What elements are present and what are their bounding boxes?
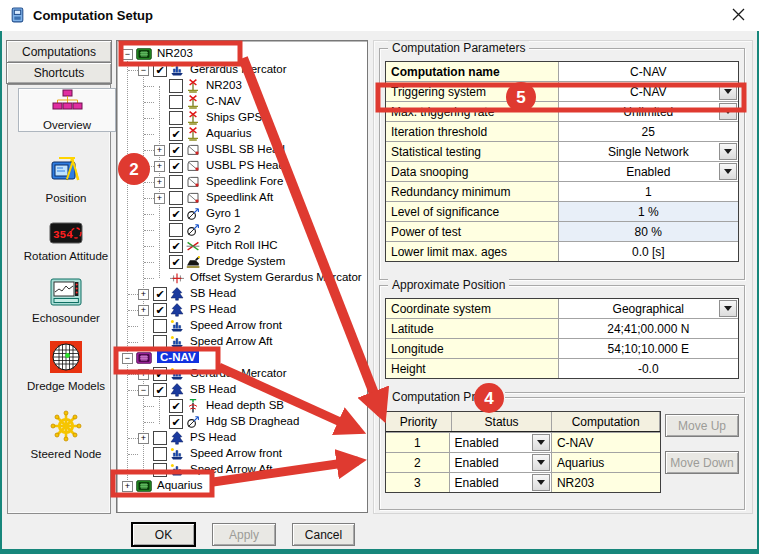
dropdown-button[interactable]	[719, 83, 737, 100]
tree-item-label[interactable]: Ships GPS	[206, 111, 262, 123]
param-value[interactable]: 24;41;00.000 N	[559, 319, 738, 338]
tree-item-speed-arrow-front[interactable]: Speed Arrow front	[117, 318, 367, 334]
tree-checkbox[interactable]: ✔	[169, 127, 183, 141]
param-value[interactable]: Geographical	[559, 299, 738, 318]
tree-expander-icon[interactable]: +	[154, 145, 165, 156]
param-value[interactable]: 54;10;10.000 E	[559, 339, 738, 358]
tree-checkbox[interactable]: ✔	[169, 239, 183, 253]
tree-item-label[interactable]: USBL SB Head	[206, 143, 285, 155]
tree-checkbox[interactable]	[169, 191, 183, 205]
tree-item-sb-head[interactable]: +✔SB Head	[117, 286, 367, 302]
tree-checkbox[interactable]	[153, 431, 167, 445]
tree-item-c-nav[interactable]: −C-NAV	[117, 350, 367, 366]
tree-item-label[interactable]: Gerardus Mercator	[190, 367, 287, 379]
tree-item-label[interactable]: Speedlink Aft	[206, 191, 273, 203]
tree-checkbox[interactable]	[169, 111, 183, 125]
tree-item-speed-arrow-aft[interactable]: Speed Arrow Aft	[117, 462, 367, 478]
sidebar-item-echosounder[interactable]: Echosounder	[18, 278, 114, 324]
priority-status-dropdown[interactable]: Enabled	[450, 433, 552, 452]
tree-item-nr203[interactable]: NR203	[117, 78, 367, 94]
tree-checkbox[interactable]: ✔	[153, 383, 167, 397]
tree-checkbox[interactable]: ✔	[169, 159, 183, 173]
tree-item-pitch-roll-ihc[interactable]: ✔Pitch Roll IHC	[117, 238, 367, 254]
tree-item-label[interactable]: USBL PS Head	[206, 159, 285, 171]
tree-item-label[interactable]: Offset System Gerardus Mercator	[190, 271, 362, 283]
tree-item-speed-arrow-front[interactable]: Speed Arrow front	[117, 446, 367, 462]
dropdown-button[interactable]	[719, 163, 737, 180]
tree-item-dredge-system[interactable]: ✔Dredge System	[117, 254, 367, 270]
move-up-button[interactable]: Move Up	[665, 414, 739, 437]
param-value[interactable]: 1	[559, 182, 738, 201]
tab-computations[interactable]: Computations	[6, 40, 112, 63]
tree-item-offset-system-gerardus-mercator[interactable]: Offset System Gerardus Mercator	[117, 270, 367, 286]
tree-expander-icon[interactable]: +	[154, 161, 165, 172]
tree-item-label[interactable]: Aquarius	[206, 127, 251, 139]
tree-item-label[interactable]: Speed Arrow front	[190, 447, 282, 459]
param-value[interactable]: 0.0 [s]	[559, 242, 738, 261]
tree-checkbox[interactable]	[153, 319, 167, 333]
dropdown-button[interactable]	[719, 300, 737, 317]
tree-checkbox[interactable]: ✔	[169, 399, 183, 413]
tree-checkbox[interactable]	[169, 79, 183, 93]
tree-item-label[interactable]: SB Head	[190, 287, 236, 299]
tree-item-label[interactable]: Gyro 1	[206, 207, 241, 219]
apply-button[interactable]: Apply	[212, 523, 276, 546]
param-value[interactable]: -0.0	[559, 359, 738, 378]
tree-expander-icon[interactable]: −	[138, 385, 149, 396]
tree-item-label[interactable]: SB Head	[190, 383, 236, 395]
move-down-button[interactable]: Move Down	[665, 451, 739, 474]
tree-expander-icon[interactable]: −	[122, 353, 133, 364]
param-value[interactable]: 80 %	[559, 222, 738, 241]
tree-checkbox[interactable]: ✔	[169, 415, 183, 429]
tree-expander-icon[interactable]: +	[122, 481, 133, 492]
tree-item-ps-head[interactable]: +✔PS Head	[117, 302, 367, 318]
tree-item-gyro-1[interactable]: ✔Gyro 1	[117, 206, 367, 222]
cancel-button[interactable]: Cancel	[292, 523, 355, 546]
tree-expander-icon[interactable]: +	[154, 177, 165, 188]
tree-checkbox[interactable]	[169, 175, 183, 189]
tree-item-speedlink-aft[interactable]: +Speedlink Aft	[117, 190, 367, 206]
close-button[interactable]	[728, 6, 748, 26]
tree-checkbox[interactable]: ✔	[153, 287, 167, 301]
tree-item-label[interactable]: Gerardus Mercator	[190, 63, 287, 75]
tree-checkbox[interactable]	[153, 447, 167, 461]
tree-expander-icon[interactable]: +	[138, 369, 149, 380]
sidebar-item-rotation-attitude[interactable]: 354Rotation Attitude	[18, 222, 114, 262]
tree-checkbox[interactable]	[169, 223, 183, 237]
dropdown-button[interactable]	[532, 434, 550, 451]
tree-item-usbl-sb-head[interactable]: +✔USBL SB Head	[117, 142, 367, 158]
sidebar-item-steered-node[interactable]: Steered Node	[18, 410, 114, 460]
tree-item-ps-head[interactable]: +PS Head	[117, 430, 367, 446]
param-value[interactable]: C-NAV	[559, 82, 738, 101]
tree-checkbox[interactable]	[169, 95, 183, 109]
priority-status-dropdown[interactable]: Enabled	[450, 473, 552, 492]
tree-checkbox[interactable]: ✔	[169, 143, 183, 157]
tree-checkbox[interactable]: ✔	[169, 255, 183, 269]
tree-expander-icon[interactable]: +	[154, 193, 165, 204]
tree-item-c-nav[interactable]: C-NAV	[117, 94, 367, 110]
tree-item-label[interactable]: Hdg SB Draghead	[206, 415, 299, 427]
tree-item-label[interactable]: PS Head	[190, 431, 236, 443]
tree-checkbox[interactable]: ✔	[153, 367, 167, 381]
tree-item-label[interactable]: NR203	[157, 47, 193, 59]
tree-checkbox[interactable]	[153, 335, 167, 349]
tree-item-gerardus-mercator[interactable]: −✔Gerardus Mercator	[117, 62, 367, 78]
tree-expander-icon[interactable]: +	[138, 433, 149, 444]
dropdown-button[interactable]	[719, 143, 737, 160]
tree-checkbox[interactable]	[153, 463, 167, 477]
sidebar-item-overview[interactable]: Overview	[18, 88, 116, 132]
param-value[interactable]: 25	[559, 122, 738, 141]
tree-item-label[interactable]: Speed Arrow front	[190, 319, 282, 331]
tree-expander-icon[interactable]: −	[122, 49, 133, 60]
tree-item-label[interactable]: PS Head	[190, 303, 236, 315]
tree-item-label[interactable]: Head depth SB	[206, 399, 284, 411]
tree-item-label[interactable]: Speed Arrow Aft	[190, 463, 272, 475]
tab-shortcuts[interactable]: Shortcuts	[6, 62, 112, 84]
param-value[interactable]: C-NAV	[559, 62, 738, 81]
tree-item-label[interactable]: C-NAV	[157, 351, 199, 363]
dropdown-button[interactable]	[719, 103, 737, 120]
ok-button[interactable]: OK	[132, 523, 195, 546]
tree-item-label[interactable]: Gyro 2	[206, 223, 241, 235]
tree-checkbox[interactable]: ✔	[153, 303, 167, 317]
dropdown-button[interactable]	[532, 454, 550, 471]
